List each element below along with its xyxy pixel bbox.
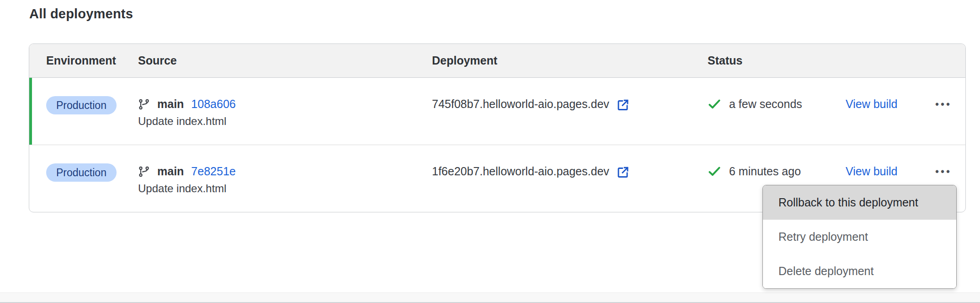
header-deployment: Deployment (432, 54, 708, 67)
menu-item-rollback[interactable]: Rollback to this deployment (763, 185, 956, 220)
deployment-cell: 1f6e20b7.helloworld-aio.pages.dev (432, 145, 708, 179)
view-build-cell: View build (846, 78, 935, 112)
commit-message: Update index.html (138, 114, 432, 129)
status-cell: 6 minutes ago (708, 145, 846, 179)
commit-message: Update index.html (138, 181, 432, 196)
table-header-row: Environment Source Deployment Status (29, 44, 965, 78)
status-text: a few seconds (729, 96, 802, 112)
row-actions-cell: ••• (935, 145, 965, 179)
check-icon (708, 164, 721, 178)
view-build-link[interactable]: View build (846, 165, 898, 178)
header-status: Status (708, 54, 846, 67)
deployment-cell: 745f08b7.helloworld-aio.pages.dev (432, 78, 708, 112)
view-build-link[interactable]: View build (846, 97, 898, 110)
menu-item-delete[interactable]: Delete deployment (763, 254, 956, 288)
environment-cell: Production (46, 78, 138, 114)
header-source: Source (138, 54, 432, 67)
commit-link[interactable]: 7e8251e (191, 163, 235, 179)
header-environment: Environment (46, 54, 138, 67)
external-link-icon[interactable] (616, 165, 630, 179)
status-text: 6 minutes ago (729, 163, 801, 179)
environment-cell: Production (46, 145, 138, 182)
branch-name: main (157, 163, 184, 179)
git-branch-icon (138, 166, 150, 178)
row-actions-cell: ••• (935, 78, 965, 112)
section-divider (0, 292, 980, 303)
status-cell: a few seconds (708, 78, 846, 112)
git-branch-icon (138, 98, 150, 110)
view-build-cell: View build (846, 145, 935, 179)
menu-item-retry[interactable]: Retry deployment (763, 220, 956, 254)
commit-link[interactable]: 108a606 (191, 96, 235, 112)
source-cell: main 7e8251e Update index.html (138, 145, 432, 196)
environment-badge: Production (46, 96, 117, 114)
row-actions-button[interactable]: ••• (935, 164, 952, 179)
deployment-url: 1f6e20b7.helloworld-aio.pages.dev (432, 163, 609, 179)
row-actions-button[interactable]: ••• (935, 97, 952, 112)
branch-name: main (157, 96, 184, 112)
table-row-current-deployment: Production main 108a606 Update index.htm… (29, 78, 965, 145)
external-link-icon[interactable] (616, 98, 630, 112)
source-cell: main 108a606 Update index.html (138, 78, 432, 129)
check-icon (708, 97, 721, 111)
page-title: All deployments (29, 6, 133, 22)
deployment-url: 745f08b7.helloworld-aio.pages.dev (432, 96, 609, 112)
environment-badge: Production (46, 163, 117, 182)
deployments-page: { "title": "All deployments", "table": {… (0, 0, 980, 303)
deployment-actions-menu: Rollback to this deployment Retry deploy… (762, 185, 957, 289)
